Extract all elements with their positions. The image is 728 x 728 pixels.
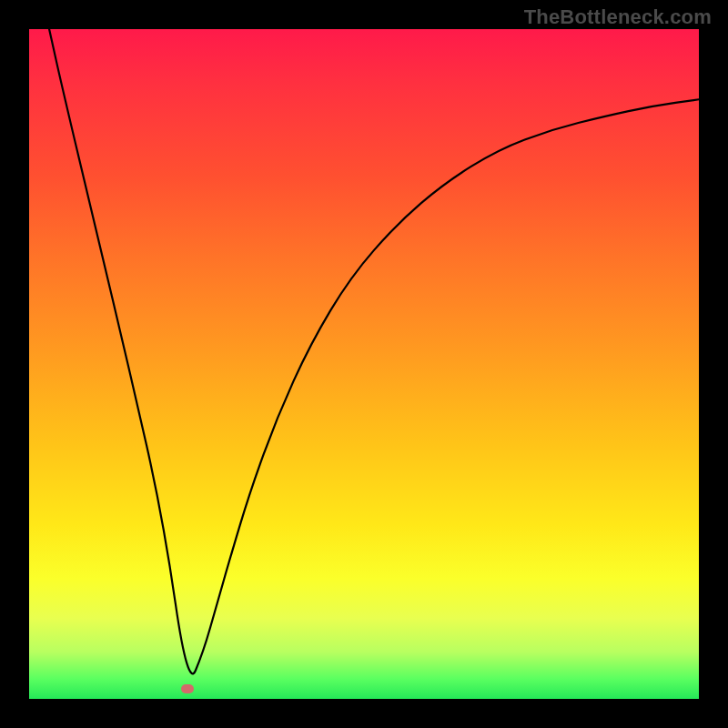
watermark-text: TheBottleneck.com (524, 5, 712, 29)
curve-path (49, 29, 699, 673)
minimum-marker (181, 684, 194, 693)
curve-svg (29, 29, 699, 699)
plot-area (29, 29, 699, 699)
chart-frame: TheBottleneck.com (0, 0, 728, 728)
